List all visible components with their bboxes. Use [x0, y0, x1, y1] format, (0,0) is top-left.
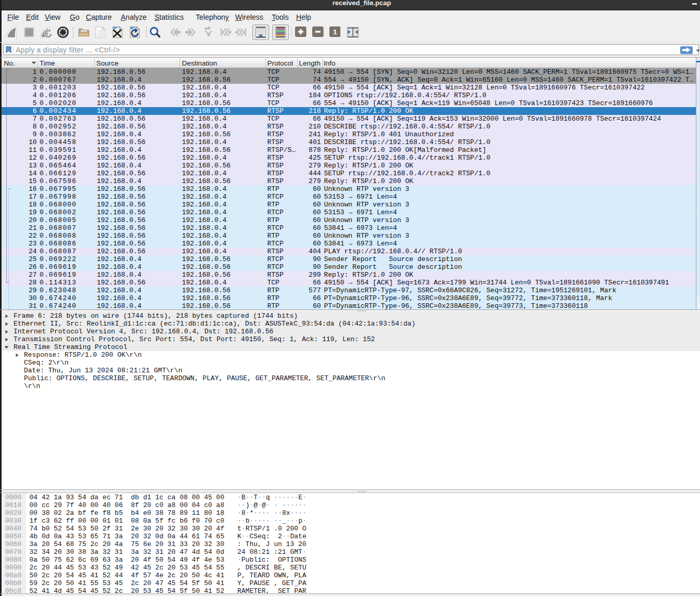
- svg-text:0111: 0111: [98, 35, 104, 38]
- svg-text:1: 1: [333, 28, 337, 36]
